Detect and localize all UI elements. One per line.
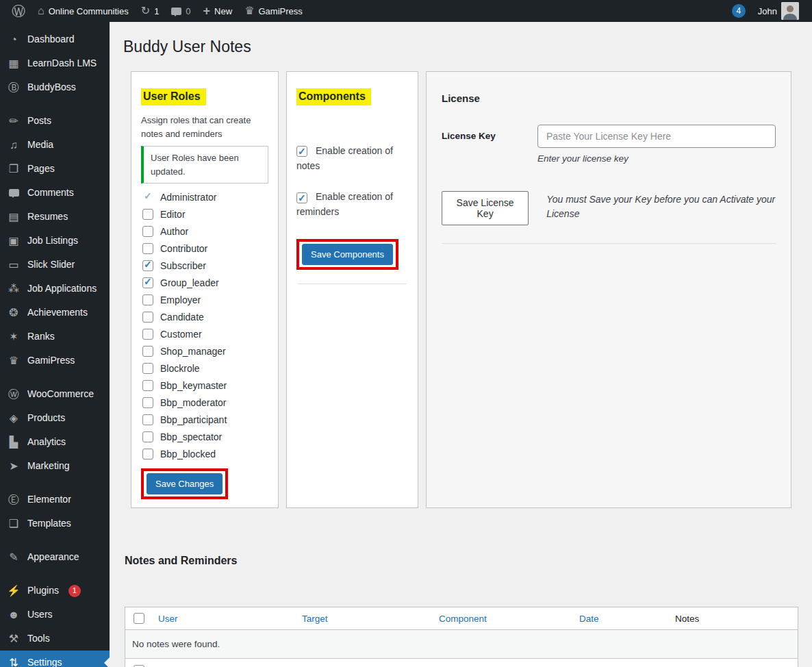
sidebar-item-label: Templates — [27, 517, 71, 530]
notes-section-title: Notes and Reminders — [125, 555, 798, 567]
sidebar-item-woocommerce[interactable]: ⓦ WooCommerce — [0, 382, 110, 406]
sidebar-item-elementor[interactable]: Ⓔ Elementor — [0, 488, 110, 512]
sidebar-item-label: Marketing — [27, 460, 69, 473]
sidebar-item-settings[interactable]: ⇅ Settings — [0, 651, 110, 667]
sidebar-item-products[interactable]: ◈ Products — [0, 406, 110, 430]
updates-link[interactable]: ↻ 1 — [135, 0, 166, 22]
role-checkbox-author[interactable] — [142, 226, 153, 237]
sidebar-item-plugins[interactable]: ⚡ Plugins 1 — [0, 579, 110, 603]
role-label: Group_leader — [160, 277, 219, 288]
license-key-input[interactable] — [537, 125, 776, 148]
account-menu[interactable]: John — [752, 0, 805, 22]
sidebar-item-learndash[interactable]: ▦ LearnDash LMS — [0, 51, 110, 75]
tools-icon: ⚒ — [7, 632, 21, 645]
role-checkbox-employer[interactable] — [142, 294, 153, 305]
role-checkbox-bbp-spectator[interactable] — [142, 431, 153, 442]
elementor-icon: Ⓔ — [7, 493, 21, 506]
column-header-target[interactable]: Target — [302, 614, 328, 624]
user-icon: ☻ — [7, 608, 21, 621]
plus-icon: + — [203, 5, 211, 17]
sidebar-item-label: Pages — [27, 162, 55, 175]
table-footer-row: User Target Component Date Notes — [125, 659, 798, 667]
sidebar-item-marketing[interactable]: ➤ Marketing — [0, 454, 110, 478]
wordpress-menu[interactable]: Ⓦ — [5, 0, 31, 22]
role-checkbox-customer[interactable] — [142, 329, 153, 340]
role-label: Bbp_moderator — [160, 397, 227, 408]
sidebar-item-dashboard[interactable]: ◔ Dashboard — [0, 27, 110, 51]
sidebar-item-label: Users — [27, 608, 53, 621]
enable-reminders-checkbox[interactable] — [296, 192, 307, 203]
role-checkbox-administrator[interactable] — [142, 192, 153, 203]
role-row: Author — [142, 226, 267, 237]
role-label: Candidate — [160, 312, 204, 323]
sidebar-item-users[interactable]: ☻ Users — [0, 603, 110, 627]
sidebar-item-media[interactable]: ♫ Media — [0, 133, 110, 157]
dashboard-icon: ◔ — [7, 33, 21, 46]
role-checkbox-bbp-moderator[interactable] — [142, 397, 153, 408]
role-row: Shop_manager — [142, 346, 267, 357]
column-header-date[interactable]: Date — [579, 614, 599, 624]
sidebar-item-comments[interactable]: Comments — [0, 181, 110, 205]
sidebar-item-label: Analytics — [27, 436, 66, 449]
role-checkbox-contributor[interactable] — [142, 243, 153, 254]
save-license-key-button[interactable]: Save License Key — [442, 191, 529, 225]
pushpin-icon: ✏ — [7, 114, 21, 127]
site-name-link[interactable]: ⌂ Online Communities — [31, 0, 135, 22]
sidebar-item-label: Tools — [27, 632, 50, 645]
license-key-label: License Key — [442, 125, 537, 141]
role-row: Blockrole — [142, 363, 267, 374]
sidebar-item-label: Appearance — [27, 551, 79, 564]
component-option-label: Enable creation of reminders — [296, 191, 393, 217]
role-checkbox-editor[interactable] — [142, 209, 153, 220]
sidebar-item-posts[interactable]: ✏ Posts — [0, 109, 110, 133]
notification-badge[interactable]: 4 — [726, 0, 752, 22]
sidebar-item-buddyboss[interactable]: Ⓑ BuddyBoss — [0, 75, 110, 99]
role-label: Editor — [160, 209, 186, 220]
notes-section: Notes and Reminders User Target Componen… — [125, 555, 798, 667]
components-panel: Components Enable creation of notes Enab… — [286, 71, 418, 508]
page-title: Buddy User Notes — [123, 38, 798, 56]
role-checkbox-bbp-participant[interactable] — [142, 414, 153, 425]
briefcase-icon: ▣ — [7, 234, 21, 247]
sidebar-item-slick-slider[interactable]: ▭ Slick Slider — [0, 253, 110, 277]
media-icon: ♫ — [7, 138, 21, 151]
sidebar-item-gamipress[interactable]: ♛ GamiPress — [0, 349, 110, 373]
role-checkbox-blockrole[interactable] — [142, 363, 153, 374]
gamipress-bar-link[interactable]: ♛ GamiPress — [238, 0, 309, 22]
save-changes-button[interactable]: Save Changes — [147, 473, 223, 494]
enable-notes-checkbox[interactable] — [296, 146, 307, 157]
role-label: Bbp_spectator — [160, 431, 222, 442]
column-header-user[interactable]: User — [158, 614, 178, 624]
people-group-icon: ⁂ — [7, 282, 21, 295]
comments-link[interactable]: 0 — [165, 0, 196, 22]
sidebar-item-job-listings[interactable]: ▣ Job Listings — [0, 229, 110, 253]
user-roles-panel: User Roles Assign roles that can create … — [131, 71, 279, 508]
role-checkbox-candidate[interactable] — [142, 312, 153, 323]
role-checkbox-bbp-blocked[interactable] — [142, 449, 153, 460]
column-header-component[interactable]: Component — [439, 614, 487, 624]
save-components-button[interactable]: Save Components — [302, 244, 393, 265]
role-checkbox-bbp-keymaster[interactable] — [142, 380, 153, 391]
role-checkbox-shop-manager[interactable] — [142, 346, 153, 357]
role-checkbox-subscriber[interactable] — [142, 260, 153, 271]
sidebar-item-pages[interactable]: ❐ Pages — [0, 157, 110, 181]
sidebar-item-label: WooCommerce — [27, 388, 94, 401]
sidebar-item-achievements[interactable]: ❂ Achievements — [0, 301, 110, 325]
sidebar-item-ranks[interactable]: ✶ Ranks — [0, 325, 110, 349]
sidebar-item-label: LearnDash LMS — [27, 57, 97, 70]
select-all-checkbox[interactable] — [134, 613, 144, 624]
new-content-link[interactable]: + New — [197, 0, 239, 22]
sidebar-item-appearance[interactable]: ✎ Appearance — [0, 545, 110, 569]
annotation-highlight: Save Changes — [141, 468, 228, 499]
role-label: Author — [160, 226, 188, 237]
user-roles-description: Assign roles that can create notes and r… — [141, 114, 268, 140]
sidebar-item-analytics[interactable]: ▙ Analytics — [0, 430, 110, 454]
sidebar-item-templates[interactable]: ❏ Templates — [0, 512, 110, 536]
gamipress-crown-icon: ♛ — [244, 5, 254, 16]
license-save-note: You must Save your Key before you can Ac… — [546, 191, 776, 221]
sidebar-item-resumes[interactable]: ▤ Resumes — [0, 205, 110, 229]
paintbrush-icon: ✎ — [7, 551, 21, 564]
role-checkbox-group-leader[interactable] — [142, 277, 153, 288]
sidebar-item-job-applications[interactable]: ⁂ Job Applications — [0, 277, 110, 301]
sidebar-item-tools[interactable]: ⚒ Tools — [0, 627, 110, 651]
